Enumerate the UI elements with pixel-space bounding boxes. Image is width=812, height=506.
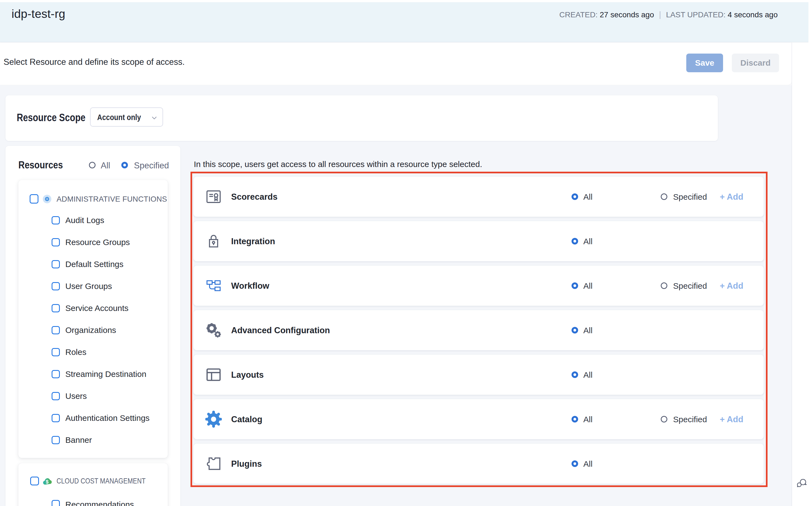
svg-text:$: $ bbox=[46, 479, 48, 485]
